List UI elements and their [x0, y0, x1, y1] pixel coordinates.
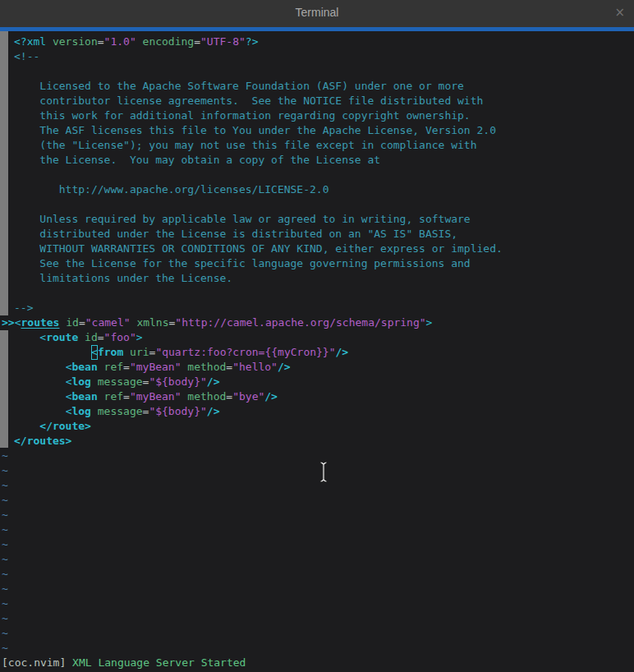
code-segment: message	[98, 405, 143, 417]
terminal-line: (the "License"); you may not use this fi…	[0, 138, 634, 153]
terminal-line: ~	[0, 596, 634, 611]
terminal-line: <log message="${body}"/>	[0, 375, 634, 389]
code-segment	[14, 405, 66, 417]
code-segment: route	[46, 331, 78, 343]
code-segment: Unless required by applicable law or agr…	[14, 213, 471, 225]
code-segment	[91, 375, 98, 388]
terminal-line: <bean ref="myBean" method="bye"/>	[0, 389, 634, 404]
ibeam-mouse-cursor-icon	[317, 461, 330, 486]
window-title: Terminal	[0, 6, 634, 19]
vim-cursor: <	[91, 345, 98, 360]
code-segment: ~	[2, 582, 8, 595]
terminal-line: ~	[0, 641, 634, 656]
code-segment: =	[194, 35, 200, 48]
code-segment: "${body}"	[149, 375, 206, 388]
code-segment: distributed under the License is distrib…	[14, 228, 457, 240]
terminal-line: contributor license agreements. See the …	[0, 94, 634, 108]
code-segment	[98, 390, 104, 403]
code-segment	[14, 375, 66, 388]
terminal-line: </routes>	[0, 434, 634, 449]
code-segment: message	[98, 375, 143, 388]
code-segment: "foo"	[104, 331, 136, 343]
coc-sign: >>	[2, 316, 15, 329]
terminal-line: ~	[0, 508, 634, 522]
code-segment: id	[85, 331, 98, 343]
code-segment: ~	[2, 553, 8, 565]
terminal-line: http://www.apache.org/licenses/LICENSE-2…	[0, 182, 634, 197]
code-segment: />	[278, 361, 291, 373]
code-segment: bean	[71, 390, 97, 403]
code-segment: limitations under the License.	[14, 272, 232, 284]
code-segment: =	[226, 361, 232, 373]
code-segment: log	[71, 405, 90, 417]
code-segment: bean	[71, 361, 97, 373]
code-segment: ~	[2, 642, 8, 654]
terminal-line: ~	[0, 537, 634, 552]
code-segment: =	[123, 361, 130, 373]
code-segment: <!--	[14, 50, 39, 62]
terminal-line: <!--	[0, 49, 634, 64]
code-segment: -->	[14, 301, 33, 314]
code-segment: method	[187, 361, 226, 373]
code-segment: "camel"	[85, 316, 131, 329]
code-segment: http://www.apache.org/licenses/LICENSE-2…	[14, 183, 329, 196]
code-segment: See the License for the specific languag…	[14, 257, 471, 269]
code-segment: xmlns	[136, 316, 168, 329]
terminal-line: See the License for the specific languag…	[0, 256, 634, 271]
terminal-line: -->	[0, 301, 634, 315]
code-segment: this work for additional information reg…	[14, 109, 471, 122]
terminal-line: Unless required by applicable law or agr…	[0, 212, 634, 227]
close-icon[interactable]: ×	[614, 5, 625, 20]
code-segment	[14, 361, 66, 373]
code-segment: "quartz:foo?cron={{myCron}}"	[155, 346, 335, 358]
code-segment: log	[71, 375, 90, 388]
terminal-line: the License. You may obtain a copy of th…	[0, 153, 634, 168]
code-segment: the License. You may obtain a copy of th…	[14, 154, 380, 166]
code-segment: "hello"	[232, 361, 278, 373]
code-segment: ~	[2, 612, 8, 624]
code-segment: ref	[104, 361, 123, 373]
code-segment: encoding	[143, 35, 195, 48]
code-segment: from	[98, 346, 123, 358]
code-segment: XML Language Server Started	[72, 656, 246, 669]
code-segment: =	[79, 316, 85, 329]
code-segment	[91, 405, 98, 417]
code-segment: "http://camel.apache.org/schema/spring"	[175, 316, 425, 329]
terminal-line: distributed under the License is distrib…	[0, 227, 634, 242]
code-segment: method	[187, 390, 226, 403]
code-segment: ~	[2, 627, 8, 639]
terminal-line: ~	[0, 611, 634, 626]
terminal-line: ~	[0, 582, 634, 596]
code-segment: =	[98, 331, 104, 343]
code-segment: uri	[130, 346, 149, 358]
code-segment: <?xml	[14, 35, 53, 48]
code-segment	[78, 331, 85, 343]
code-segment: ~	[2, 523, 8, 536]
code-segment: >	[426, 316, 433, 329]
scrollbar-thumb[interactable]	[0, 330, 8, 448]
code-segment: ~	[2, 597, 8, 610]
terminal-line: </route>	[0, 419, 634, 434]
terminal-line: WITHOUT WARRANTIES OR CONDITIONS OF ANY …	[0, 242, 634, 256]
terminal-line	[0, 168, 634, 182]
scrollbar-thumb[interactable]	[0, 31, 8, 315]
code-segment: </routes>	[14, 435, 71, 447]
code-segment: ~	[2, 464, 8, 476]
terminal-line: ~	[0, 567, 634, 582]
terminal-line	[0, 197, 634, 212]
terminal-line: limitations under the License.	[0, 271, 634, 286]
titlebar[interactable]: Terminal ×	[0, 0, 634, 27]
code-segment: ~	[2, 449, 8, 462]
code-segment: "UTF-8"	[200, 35, 246, 48]
terminal-screen[interactable]: <?xml version="1.0" encoding="UTF-8"?><!…	[0, 31, 634, 672]
code-segment: ~	[2, 568, 8, 580]
code-segment: =	[226, 390, 232, 403]
code-segment: <	[39, 331, 46, 343]
code-segment: Licensed to the Apache Software Foundati…	[14, 80, 464, 92]
terminal-line: <log message="${body}"/>	[0, 404, 634, 419]
code-segment: =	[123, 390, 130, 403]
code-segment: ?>	[246, 35, 259, 48]
code-segment: =	[98, 35, 104, 48]
code-segment	[136, 35, 143, 48]
code-segment: [coc.nvim]	[2, 656, 72, 669]
